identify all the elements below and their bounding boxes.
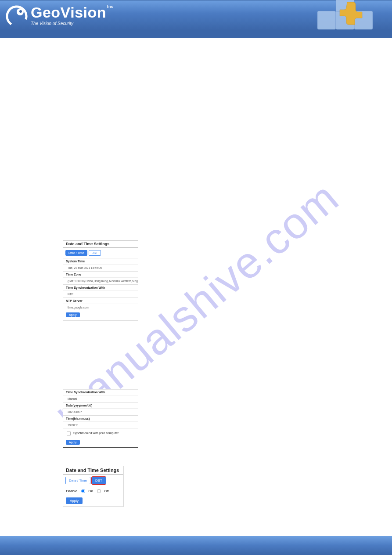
svg-point-0 [4, 3, 29, 28]
enable-on-radio[interactable] [81, 489, 85, 493]
footer-band [0, 536, 392, 555]
svg-rect-3 [317, 11, 336, 29]
settings-panel-dst: Date and Time Settings Date / Time DST E… [63, 466, 123, 507]
panel3-tabs: Date / Time DST [63, 475, 123, 486]
enable-label: Enable [66, 489, 77, 493]
date-value[interactable]: 2021/06/07 [63, 408, 138, 415]
svg-point-2 [19, 10, 22, 13]
settings-panel-manual: Time Synchronization With Manual Date(yy… [63, 389, 138, 448]
apply-button[interactable]: Apply [66, 312, 80, 317]
brand-name: GeoVisionInc [31, 5, 114, 20]
logo-mark-icon [4, 3, 29, 28]
system-time-label: System Time [63, 258, 138, 264]
sync-with-label: Time Synchronization With [63, 284, 138, 290]
panel1-tabs: Date / Time DST [63, 248, 138, 258]
sync-computer-checkbox[interactable] [67, 432, 71, 435]
time-zone-value[interactable]: (GMT+08:00) China,Hong Kong,Australia We… [63, 277, 138, 284]
enable-on-label: On [88, 489, 93, 493]
panel1-title: Date and Time Settings [63, 240, 138, 248]
enable-off-radio[interactable] [97, 489, 101, 493]
brand-tagline: The Vision of Security [31, 21, 114, 26]
ntp-server-label: NTP Server [63, 297, 138, 304]
system-time-value: Tue, 23 Mar 2021 14:49:05 [63, 264, 138, 271]
tab-dst[interactable]: DST [92, 477, 106, 484]
panel3-title: Date and Time Settings [63, 466, 123, 475]
sync-with-value[interactable]: NTP [63, 290, 138, 297]
enable-off-label: Off [104, 489, 109, 493]
puzzle-decoration-icon [295, 0, 392, 38]
time-zone-label: Time Zone [63, 271, 138, 277]
date-label: Date(yyyy/mm/dd) [63, 402, 138, 408]
tab-datetime[interactable]: Date / Time [65, 477, 90, 484]
tab-dst[interactable]: DST [89, 250, 101, 256]
apply-button[interactable]: Apply [66, 497, 83, 504]
time-label: Time(hh:mm:ss) [63, 415, 138, 421]
sync-computer-row[interactable]: Synchronized with your computer [63, 428, 138, 438]
header-band: GeoVisionInc The Vision of Security [0, 0, 392, 38]
time-value[interactable]: 19:00:11 [63, 421, 138, 428]
sync-with-value[interactable]: Manual [63, 395, 138, 402]
ntp-server-value[interactable]: time.google.com [63, 304, 138, 311]
apply-button[interactable]: Apply [66, 440, 80, 445]
sync-with-label: Time Synchronization With [63, 389, 138, 395]
brand-logo: GeoVisionInc The Vision of Security [4, 3, 114, 28]
settings-panel-datetime: Date and Time Settings Date / Time DST S… [63, 240, 138, 320]
tab-datetime[interactable]: Date / Time [65, 250, 87, 256]
sync-computer-label: Synchronized with your computer [73, 432, 119, 435]
